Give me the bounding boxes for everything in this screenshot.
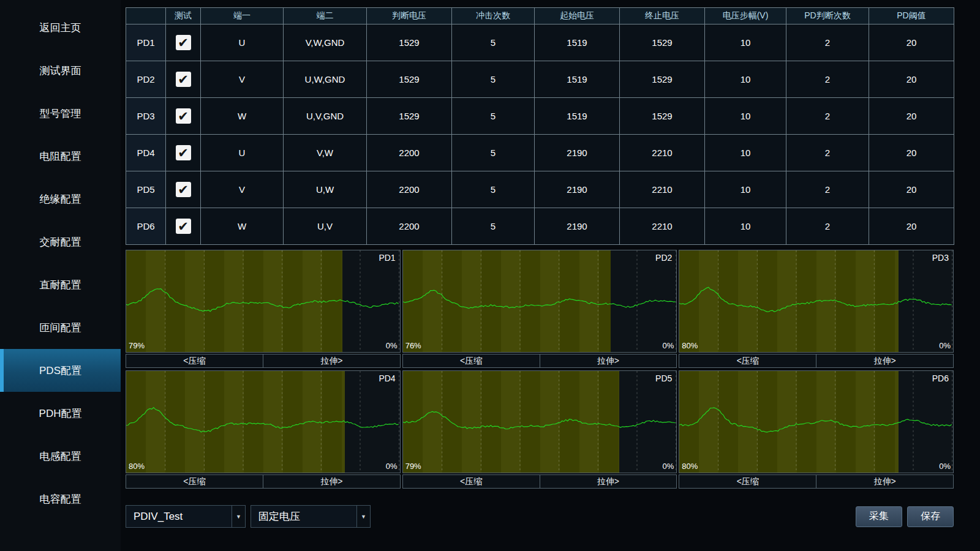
waveform-plot (403, 250, 677, 352)
sidebar-item-label: 型号管理 (40, 107, 81, 121)
stretch-button-PD4[interactable]: 拉伸> (263, 474, 401, 489)
sidebar-item-label: PDH配置 (39, 407, 82, 421)
chevron-down-icon[interactable]: ▼ (356, 506, 370, 527)
save-button[interactable]: 保存 (907, 506, 954, 527)
checkbox-checked-icon[interactable]: ✔ (176, 72, 191, 87)
row-name: PD6 (126, 208, 166, 245)
test-checkbox-cell: ✔ (166, 24, 201, 61)
value-cell: 1529 (367, 61, 452, 98)
table-row: PD5✔VU,W220052190221010220 (126, 171, 954, 208)
sidebar-item-label: 绝缘配置 (40, 192, 81, 206)
left-percent-label: 80% (682, 341, 698, 350)
right-percent-label: 0% (663, 462, 674, 471)
panel-label: PD5 (655, 373, 672, 383)
sidebar-item-PDS配置[interactable]: PDS配置 (0, 349, 121, 392)
row-name: PD1 (126, 24, 166, 61)
waveform-panel-PD4: PD480%0% (126, 370, 401, 473)
compress-button-PD1[interactable]: <压缩 (126, 354, 263, 368)
waveform-plot (126, 250, 400, 352)
row-name: PD4 (126, 135, 166, 171)
value-cell: 10 (705, 24, 786, 61)
stretch-button-PD1[interactable]: 拉伸> (263, 354, 401, 368)
footer-bar: PDIV_Test ▼ 固定电压 ▼ 采集 保存 (126, 505, 954, 528)
wave-block-PD6: PD680%0%<压缩拉伸> (679, 370, 954, 489)
value-cell: V (201, 171, 284, 208)
sidebar-item-直耐配置[interactable]: 直耐配置 (0, 263, 121, 306)
value-cell: 2190 (535, 135, 620, 171)
value-cell: 10 (705, 98, 786, 135)
sidebar-item-电容配置[interactable]: 电容配置 (0, 478, 121, 520)
value-cell: 2 (786, 135, 869, 171)
waveform-panel-PD6: PD680%0% (679, 370, 954, 473)
value-cell: V,W (284, 135, 367, 171)
column-header: 电压步幅(V) (705, 8, 786, 24)
sidebar-item-电阻配置[interactable]: 电阻配置 (0, 135, 121, 178)
table-body: PD1✔UV,W,GND152951519152910220PD2✔VU,W,G… (126, 24, 954, 245)
value-cell: 2 (786, 61, 869, 98)
value-cell: U,W (284, 171, 367, 208)
value-cell: 2 (786, 98, 869, 135)
test-checkbox-cell: ✔ (166, 208, 201, 245)
test-checkbox-cell: ✔ (166, 61, 201, 98)
chevron-down-icon[interactable]: ▼ (232, 506, 245, 527)
sidebar-item-匝间配置[interactable]: 匝间配置 (0, 306, 121, 349)
value-cell: 5 (452, 171, 535, 208)
sidebar-item-电感配置[interactable]: 电感配置 (0, 435, 121, 478)
compress-button-PD2[interactable]: <压缩 (402, 354, 540, 368)
value-cell: 2 (786, 208, 869, 245)
sidebar-item-型号管理[interactable]: 型号管理 (0, 92, 121, 135)
sidebar-item-label: 返回主页 (40, 21, 81, 35)
panel-label: PD3 (932, 253, 949, 263)
value-cell: 2200 (367, 171, 452, 208)
wave-buttons-PD4: <压缩拉伸> (126, 474, 401, 489)
value-cell: 20 (869, 208, 954, 245)
left-percent-label: 76% (405, 341, 421, 350)
waveform-plot (679, 371, 953, 473)
sidebar-item-PDH配置[interactable]: PDH配置 (0, 392, 121, 435)
row-name: PD3 (126, 98, 166, 135)
sidebar-item-label: 匝间配置 (40, 321, 81, 335)
stretch-button-PD6[interactable]: 拉伸> (816, 474, 954, 489)
value-cell: 5 (452, 24, 535, 61)
left-percent-label: 79% (129, 341, 145, 350)
table-row: PD1✔UV,W,GND152951519152910220 (126, 24, 954, 61)
compress-button-PD3[interactable]: <压缩 (679, 354, 816, 368)
value-cell: 2200 (367, 208, 452, 245)
stretch-button-PD3[interactable]: 拉伸> (816, 354, 954, 368)
compress-button-PD6[interactable]: <压缩 (679, 474, 816, 489)
waveform-panel-PD1: PD179%0% (126, 250, 401, 353)
compress-button-PD4[interactable]: <压缩 (126, 474, 263, 489)
sidebar-item-返回主页[interactable]: 返回主页 (0, 6, 121, 49)
value-cell: 1519 (535, 61, 620, 98)
sidebar-item-交耐配置[interactable]: 交耐配置 (0, 220, 121, 263)
value-cell: 20 (869, 171, 954, 208)
column-header: PD阈值 (869, 8, 954, 24)
checkbox-checked-icon[interactable]: ✔ (176, 35, 191, 50)
value-cell: 5 (452, 208, 535, 245)
value-cell: U (201, 135, 284, 171)
waveform-panel-PD2: PD276%0% (402, 250, 677, 353)
mode-select[interactable]: 固定电压 ▼ (251, 505, 371, 528)
test-select[interactable]: PDIV_Test ▼ (126, 505, 246, 528)
value-cell: U (201, 24, 284, 61)
checkbox-checked-icon[interactable]: ✔ (176, 108, 191, 124)
test-checkbox-cell: ✔ (166, 135, 201, 171)
value-cell: 5 (452, 61, 535, 98)
stretch-button-PD5[interactable]: 拉伸> (540, 474, 677, 489)
sidebar-item-绝缘配置[interactable]: 绝缘配置 (0, 178, 121, 220)
value-cell: 20 (869, 61, 954, 98)
stretch-button-PD2[interactable]: 拉伸> (540, 354, 677, 368)
panel-label: PD2 (655, 253, 672, 263)
wave-buttons-PD3: <压缩拉伸> (679, 354, 954, 368)
right-percent-label: 0% (386, 341, 398, 350)
waveform-plot (403, 371, 677, 473)
checkbox-checked-icon[interactable]: ✔ (176, 219, 191, 234)
checkbox-checked-icon[interactable]: ✔ (176, 145, 191, 160)
pd-config-table: 测试端一端二判断电压冲击次数起始电压终止电压电压步幅(V)PD判断次数PD阈值 … (126, 7, 954, 245)
waveform-panel-PD5: PD579%0% (402, 370, 677, 473)
compress-button-PD5[interactable]: <压缩 (402, 474, 540, 489)
collect-button[interactable]: 采集 (856, 506, 902, 527)
sidebar-item-测试界面[interactable]: 测试界面 (0, 49, 121, 92)
value-cell: 2 (786, 171, 869, 208)
checkbox-checked-icon[interactable]: ✔ (176, 182, 191, 197)
